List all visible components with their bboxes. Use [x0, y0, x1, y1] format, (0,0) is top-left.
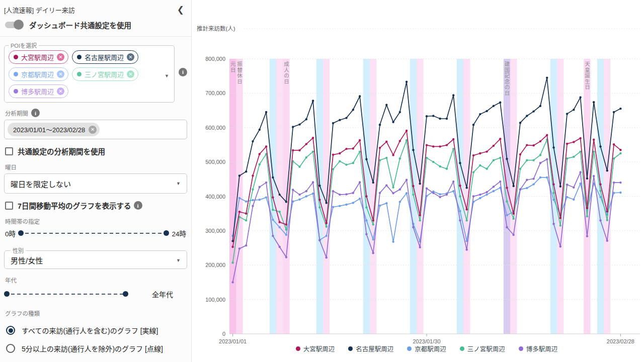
close-icon[interactable]: ✕: [127, 70, 134, 78]
data-point[interactable]: [552, 199, 554, 201]
data-point[interactable]: [385, 157, 387, 159]
data-point[interactable]: [526, 187, 528, 189]
dashboard-common-toggle[interactable]: [5, 22, 22, 28]
data-point[interactable]: [372, 182, 374, 184]
data-point[interactable]: [619, 192, 621, 194]
data-point[interactable]: [619, 149, 621, 151]
poi-chip[interactable]: 京都駅周辺✕: [9, 67, 68, 81]
data-point[interactable]: [599, 219, 601, 221]
data-point[interactable]: [619, 182, 621, 184]
data-point[interactable]: [252, 199, 254, 201]
data-point[interactable]: [365, 158, 367, 160]
close-icon[interactable]: ✕: [57, 87, 64, 95]
data-point[interactable]: [298, 123, 300, 125]
data-point[interactable]: [439, 165, 441, 167]
data-point[interactable]: [305, 195, 307, 197]
data-point[interactable]: [292, 126, 294, 128]
data-point[interactable]: [606, 240, 608, 242]
data-point[interactable]: [399, 111, 401, 113]
data-point[interactable]: [499, 157, 501, 159]
data-point[interactable]: [439, 196, 441, 198]
data-point[interactable]: [318, 185, 320, 187]
data-point[interactable]: [412, 226, 414, 228]
data-point[interactable]: [566, 157, 568, 159]
data-point[interactable]: [466, 208, 468, 210]
data-point[interactable]: [365, 206, 367, 208]
slider-handle-right[interactable]: [164, 230, 169, 236]
data-point[interactable]: [379, 147, 381, 149]
data-point[interactable]: [272, 235, 274, 237]
data-point[interactable]: [272, 209, 274, 211]
data-point[interactable]: [345, 117, 347, 119]
data-point[interactable]: [406, 130, 408, 132]
data-point[interactable]: [272, 219, 274, 221]
data-point[interactable]: [238, 197, 240, 199]
data-point[interactable]: [265, 182, 267, 184]
data-point[interactable]: [613, 182, 615, 184]
data-point[interactable]: [513, 234, 515, 236]
data-point[interactable]: [499, 138, 501, 140]
data-point[interactable]: [318, 199, 320, 201]
data-point[interactable]: [579, 150, 581, 152]
data-point[interactable]: [599, 196, 601, 198]
data-point[interactable]: [619, 108, 621, 110]
data-point[interactable]: [466, 187, 468, 189]
data-point[interactable]: [472, 154, 474, 156]
data-point[interactable]: [292, 149, 294, 151]
data-point[interactable]: [452, 148, 454, 150]
data-point[interactable]: [285, 223, 287, 225]
data-point[interactable]: [345, 163, 347, 165]
data-point[interactable]: [359, 181, 361, 183]
data-point[interactable]: [259, 129, 261, 131]
data-point[interactable]: [285, 234, 287, 236]
data-point[interactable]: [279, 246, 281, 248]
legend-item[interactable]: 三ノ宮駅周辺: [460, 344, 505, 353]
data-point[interactable]: [339, 160, 341, 162]
data-point[interactable]: [532, 183, 534, 185]
data-point[interactable]: [472, 124, 474, 126]
data-point[interactable]: [493, 186, 495, 188]
data-point[interactable]: [606, 210, 608, 212]
data-point[interactable]: [452, 94, 454, 96]
data-point[interactable]: [479, 164, 481, 166]
data-point[interactable]: [372, 238, 374, 240]
data-point[interactable]: [506, 226, 508, 228]
data-point[interactable]: [332, 168, 334, 170]
data-point[interactable]: [579, 96, 581, 98]
data-point[interactable]: [245, 170, 247, 172]
data-point[interactable]: [252, 189, 254, 191]
data-point[interactable]: [379, 205, 381, 207]
data-point[interactable]: [252, 174, 254, 176]
data-point[interactable]: [506, 158, 508, 160]
data-point[interactable]: [506, 201, 508, 203]
data-point[interactable]: [252, 140, 254, 142]
data-point[interactable]: [265, 145, 267, 147]
info-icon[interactable]: i: [134, 201, 142, 210]
data-point[interactable]: [479, 197, 481, 199]
data-point[interactable]: [345, 204, 347, 206]
data-point[interactable]: [318, 239, 320, 241]
data-point[interactable]: [285, 229, 287, 231]
data-point[interactable]: [305, 118, 307, 120]
data-point[interactable]: [245, 213, 247, 215]
close-icon[interactable]: ✕: [57, 70, 64, 78]
data-point[interactable]: [526, 159, 528, 161]
data-point[interactable]: [359, 198, 361, 200]
data-point[interactable]: [359, 139, 361, 141]
moving-average-checkbox[interactable]: [5, 202, 13, 210]
data-point[interactable]: [506, 187, 508, 189]
data-point[interactable]: [285, 256, 287, 258]
data-point[interactable]: [339, 152, 341, 154]
close-icon[interactable]: ✕: [89, 126, 97, 134]
data-point[interactable]: [606, 169, 608, 171]
data-point[interactable]: [279, 211, 281, 213]
data-point[interactable]: [552, 192, 554, 194]
data-point[interactable]: [486, 150, 488, 152]
data-point[interactable]: [265, 111, 267, 113]
data-point[interactable]: [399, 189, 401, 191]
data-point[interactable]: [446, 194, 448, 196]
data-point[interactable]: [245, 201, 247, 203]
data-point[interactable]: [419, 219, 421, 221]
data-point[interactable]: [305, 156, 307, 158]
data-point[interactable]: [459, 185, 461, 187]
